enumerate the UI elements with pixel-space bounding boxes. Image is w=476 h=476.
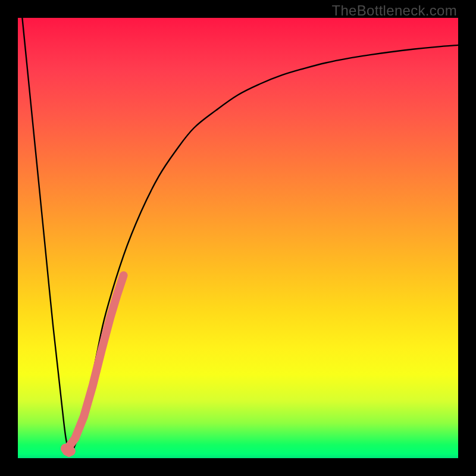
watermark-text: TheBottleneck.com xyxy=(331,2,457,19)
highlight-tip xyxy=(65,449,71,452)
plot-area xyxy=(18,18,458,458)
curve-layer xyxy=(18,18,458,458)
highlight-segment xyxy=(68,275,124,447)
chart-frame: TheBottleneck.com xyxy=(0,0,476,476)
bottleneck-curve xyxy=(18,0,458,454)
